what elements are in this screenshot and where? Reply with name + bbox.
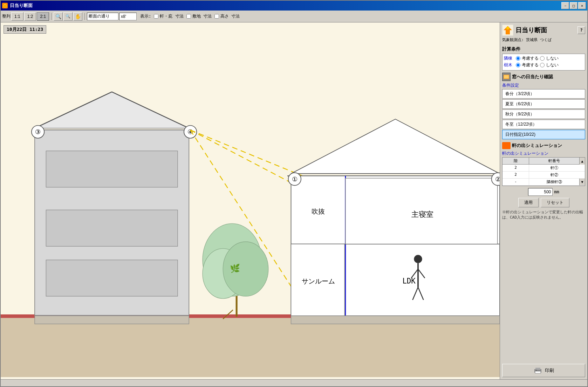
svg-text:④: ④ — [187, 128, 193, 135]
sim-title: 軒の出シミュレーション — [512, 142, 562, 149]
condition-group: 隣棟 考慮する しない 樹木 考慮する しない — [502, 54, 585, 71]
svg-rect-42 — [35, 316, 189, 324]
statusbar — [1, 379, 587, 386]
zoom-in-icon: 🔍 — [55, 14, 61, 19]
canvas-area[interactable]: 10月22日 11:23 — [1, 22, 500, 379]
building-scene: ③ ④ 🌿 — [1, 22, 500, 379]
svg-rect-7 — [46, 151, 177, 187]
table-cell-floor-1: 2 — [502, 165, 529, 171]
date-btn-winter[interactable]: 冬至（12/22頃） — [502, 120, 585, 129]
section-input[interactable] — [87, 13, 118, 20]
svg-rect-53 — [535, 368, 540, 370]
sim-label: 軒の出シミュレーション — [502, 151, 585, 156]
right-panel: 日当り断面 ? 気象観測点: 茨城県 つくば 計算条件 隣棟 考慮する しない … — [500, 22, 587, 379]
note-text: ※軒の出シミュレーションで変更した軒の出幅は、CAD入力には反映されません。 — [502, 209, 585, 220]
panel-title: 日当り断面 — [515, 26, 547, 34]
table-header-row: 階 軒番号 ▲ — [502, 158, 585, 165]
window-controls: － □ × — [561, 2, 586, 9]
svg-rect-8 — [46, 210, 177, 246]
tree-consider-radio[interactable] — [516, 63, 520, 67]
table-row-2: 2 軒② — [502, 172, 585, 179]
svg-rect-41 — [291, 316, 500, 324]
table-row-1: 2 軒① — [502, 165, 585, 172]
minimize-button[interactable]: － — [561, 2, 569, 9]
reset-button[interactable]: リセット — [541, 198, 569, 207]
tree-row: 樹木 考慮する しない — [504, 62, 583, 68]
neighbor-consider-radio[interactable] — [516, 56, 520, 61]
action-buttons: 適用 リセット — [502, 198, 585, 207]
tree-consider-label: 考慮する — [522, 62, 539, 68]
window-title: 日当り断面 — [10, 2, 561, 9]
neighbor-no-radio[interactable] — [540, 56, 545, 61]
sim-icon — [502, 142, 511, 149]
panel-spacer — [502, 220, 585, 364]
svg-marker-2 — [35, 92, 189, 128]
conditions-label: 条件設定 — [502, 82, 585, 88]
tree-label: 樹木 — [504, 62, 514, 68]
title-bar: 🌞 日当り断面 － □ × — [1, 1, 587, 11]
scroll-down-button[interactable]: ▼ — [579, 179, 585, 185]
pan-icon: ✋ — [75, 14, 81, 19]
zoom-out-button[interactable]: 🔍 — [63, 12, 73, 21]
neighbor-consider-label: 考慮する — [522, 55, 539, 61]
table-row-3: - 隣棟軒③ ▼ — [502, 179, 585, 186]
checkbox-shikichi[interactable] — [186, 14, 191, 19]
mm-unit-label: mm — [554, 189, 559, 194]
separator-2 — [84, 13, 85, 20]
panel-header: 日当り断面 ? — [502, 25, 585, 36]
mm-value-input[interactable] — [528, 188, 553, 196]
panel-icon — [502, 25, 513, 36]
checkbox-shikichi-label: 敷地 寸法 — [192, 13, 212, 19]
toolbar: 整列 1:1 1:2 2:1 🔍 🔍 ✋ 表示: 軒・庇 寸法 敷地 寸法 高さ… — [1, 11, 587, 22]
svg-text:主寝室: 主寝室 — [411, 210, 433, 219]
ratio-1-2-button[interactable]: 1:2 — [24, 12, 36, 21]
svg-text:③: ③ — [35, 128, 41, 135]
checkbox-noki[interactable] — [154, 14, 158, 19]
date-btn-custom[interactable]: 日付指定(10/22) — [502, 130, 585, 139]
svg-marker-24 — [291, 119, 500, 173]
svg-rect-1 — [1, 318, 500, 377]
ratio-2-1-button[interactable]: 2:1 — [37, 12, 49, 21]
scroll-up-button[interactable]: ▲ — [579, 158, 585, 165]
table-cell-floor-2: 2 — [502, 172, 529, 178]
table-cell-number-2: 軒② — [529, 172, 579, 178]
window-confirm-title: 窓への日当たり確認 — [512, 74, 553, 80]
date-btn-summer[interactable]: 夏至（6/22頃） — [502, 99, 585, 109]
apply-button[interactable]: 適用 — [518, 198, 539, 207]
neighbor-row: 隣棟 考慮する しない — [504, 55, 583, 61]
table-header-floor: 階 — [502, 158, 529, 165]
svg-rect-51 — [504, 75, 509, 79]
ratio-1-1-button[interactable]: 1:1 — [11, 12, 23, 21]
help-button[interactable]: ? — [577, 26, 585, 34]
zoom-out-icon: 🔍 — [66, 14, 70, 19]
maximize-button[interactable]: □ — [570, 2, 577, 9]
main-content: 10月22日 11:23 — [1, 22, 587, 379]
svg-text:サンルーム: サンルーム — [302, 277, 335, 285]
checkbox-noki-label: 軒・庇 寸法 — [160, 13, 183, 19]
svg-text:LDK: LDK — [402, 277, 416, 285]
date-btn-spring[interactable]: 春分（3/22頃） — [502, 89, 585, 99]
window-confirm-header: 窓への日当たり確認 — [502, 73, 585, 81]
table-header-number: 軒番号 — [529, 158, 579, 165]
svg-point-35 — [414, 255, 422, 263]
scale-input[interactable] — [119, 13, 137, 20]
simulation-header: 軒の出シミュレーション — [502, 142, 585, 149]
separator-1 — [51, 13, 52, 20]
app-icon: 🌞 — [2, 3, 8, 8]
display-label: 表示: — [140, 13, 151, 19]
print-button[interactable]: 印刷 — [502, 364, 585, 377]
tree-no-label: しない — [546, 62, 559, 68]
zoom-in-button[interactable]: 🔍 — [54, 12, 63, 21]
date-btn-autumn[interactable]: 秋分（9/22頃） — [502, 109, 585, 119]
date-display: 10月22日 11:23 — [4, 25, 46, 34]
print-icon — [534, 367, 542, 374]
close-button[interactable]: × — [578, 2, 586, 9]
checkbox-height[interactable] — [214, 14, 219, 19]
tree-no-radio[interactable] — [540, 63, 545, 67]
svg-rect-54 — [535, 371, 541, 373]
table-cell-floor-3: - — [502, 179, 529, 185]
print-label: 印刷 — [545, 367, 554, 374]
pan-button[interactable]: ✋ — [73, 12, 82, 21]
table-cell-number-3: 隣棟軒③ — [529, 179, 579, 185]
svg-text:①: ① — [292, 175, 298, 183]
